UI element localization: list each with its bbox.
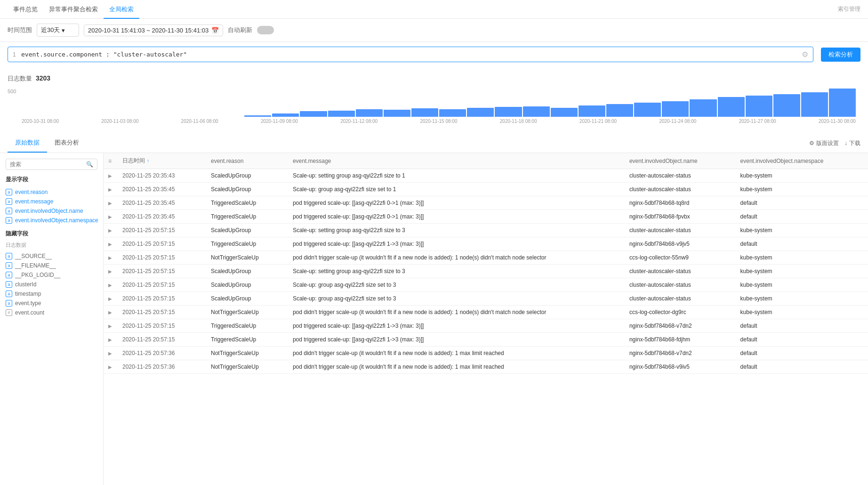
histogram-bars bbox=[8, 89, 860, 117]
field-type-icon: a bbox=[6, 217, 12, 224]
histogram-bar bbox=[606, 104, 633, 117]
time-cell: 2020-11-25 20:57:15 bbox=[118, 237, 206, 251]
expand-button[interactable]: ▶ bbox=[108, 323, 112, 329]
expand-button[interactable]: ▶ bbox=[108, 214, 112, 219]
histogram-bar bbox=[662, 101, 689, 117]
expand-button[interactable]: ▶ bbox=[108, 201, 112, 206]
expand-button[interactable]: ▶ bbox=[108, 296, 112, 301]
field-name: event.involvedObject.namespace bbox=[15, 217, 98, 224]
data-table: ≡ 日志时间 ↑ event.reason event.message bbox=[104, 153, 868, 374]
auto-refresh-toggle[interactable] bbox=[257, 26, 274, 34]
x-axis-labels: 2020-10-31 08:002020-11-03 08:002020-11-… bbox=[8, 119, 860, 124]
objns-cell: kube-system bbox=[736, 224, 868, 237]
field-name: event.reason bbox=[15, 189, 48, 195]
nav-item-overview[interactable]: 事件总览 bbox=[8, 0, 43, 19]
hidden-field-item[interactable]: a__SOURCE__ bbox=[6, 251, 97, 261]
table-row: ▶ 2020-11-25 20:35:43 ScaledUpGroup Scal… bbox=[104, 169, 868, 183]
expand-button[interactable]: ▶ bbox=[108, 242, 112, 247]
message-cell: Scale-up: setting group asg-qyi22zfi siz… bbox=[288, 224, 625, 237]
hidden-field-item[interactable]: atimestamp bbox=[6, 289, 97, 299]
expand-button[interactable]: ▶ bbox=[108, 255, 112, 260]
message-cell: pod didn't trigger scale-up (it wouldn't… bbox=[288, 251, 625, 265]
hidden-field-item[interactable]: a__FILENAME__ bbox=[6, 261, 97, 270]
time-cell: 2020-11-25 20:35:45 bbox=[118, 183, 206, 196]
table-row: ▶ 2020-11-25 20:57:36 NotTriggerScaleUp … bbox=[104, 347, 868, 360]
x-axis-label: 2020-10-31 08:00 bbox=[22, 119, 59, 124]
display-fields-title: 显示字段 bbox=[6, 176, 97, 184]
time-cell: 2020-11-25 20:35:43 bbox=[118, 169, 206, 183]
th-message: event.message bbox=[288, 153, 625, 169]
filter-bar: 时间范围 近30天 ▾ 2020-10-31 15:41:03 ~ 2020-1… bbox=[0, 19, 868, 42]
reason-cell: TriggeredScaleUp bbox=[206, 237, 288, 251]
expand-button[interactable]: ▶ bbox=[108, 228, 112, 233]
chevron-down-icon: ▾ bbox=[62, 27, 65, 34]
index-management-link[interactable]: 索引管理 bbox=[838, 5, 860, 13]
layout-settings-label: 版面设置 bbox=[816, 139, 839, 147]
sidebar-search-input[interactable] bbox=[10, 161, 84, 168]
x-axis-label: 2020-11-21 08:00 bbox=[579, 119, 617, 124]
display-field-item[interactable]: aevent.involvedObject.namespace bbox=[6, 216, 97, 225]
x-axis-label: 2020-11-27 08:00 bbox=[739, 119, 776, 124]
histogram-bar bbox=[746, 96, 772, 117]
field-name: timestamp bbox=[15, 291, 41, 297]
nav-item-anomaly[interactable]: 异常事件聚合检索 bbox=[43, 0, 104, 19]
time-cell: 2020-11-25 20:57:15 bbox=[118, 251, 206, 265]
expand-button[interactable]: ▶ bbox=[108, 310, 112, 315]
hidden-field-item[interactable]: a__PKG_LOGID__ bbox=[6, 270, 97, 280]
nav-item-global-search[interactable]: 全局检索 bbox=[104, 0, 139, 19]
time-range-select[interactable]: 近30天 ▾ bbox=[37, 24, 79, 37]
search-input[interactable] bbox=[21, 51, 799, 58]
expand-button[interactable]: ▶ bbox=[108, 351, 112, 356]
hidden-label: 日志数据 bbox=[6, 242, 97, 249]
filter-rows-icon[interactable]: ≡ bbox=[108, 158, 112, 164]
expand-button[interactable]: ▶ bbox=[108, 187, 112, 192]
layout-settings-button[interactable]: ⚙ 版面设置 bbox=[809, 139, 839, 147]
search-analyze-button[interactable]: 检索分析 bbox=[821, 48, 860, 62]
sidebar-search-box[interactable]: 🔍 bbox=[6, 159, 97, 170]
expand-button[interactable]: ▶ bbox=[108, 337, 112, 342]
expand-button[interactable]: ▶ bbox=[108, 283, 112, 288]
tab-chart-analysis[interactable]: 图表分析 bbox=[47, 134, 87, 153]
expand-cell: ▶ bbox=[104, 333, 118, 347]
table-row: ▶ 2020-11-25 20:57:15 ScaledUpGroup Scal… bbox=[104, 292, 868, 306]
histogram-bar bbox=[718, 97, 745, 117]
reason-cell: NotTriggerScaleUp bbox=[206, 306, 288, 319]
display-field-item[interactable]: aevent.reason bbox=[6, 187, 97, 197]
objname-cell: nginx-5dbf784b68-v7dn2 bbox=[625, 347, 736, 360]
date-range-picker[interactable]: 2020-10-31 15:41:03 ~ 2020-11-30 15:41:0… bbox=[84, 24, 223, 36]
reason-cell: TriggeredScaleUp bbox=[206, 319, 288, 333]
objname-cell: nginx-5dbf784b68-v7dn2 bbox=[625, 319, 736, 333]
field-type-icon: a bbox=[6, 198, 12, 205]
objns-cell: default bbox=[736, 196, 868, 210]
display-field-item[interactable]: aevent.message bbox=[6, 197, 97, 206]
expand-cell: ▶ bbox=[104, 196, 118, 210]
expand-button[interactable]: ▶ bbox=[108, 269, 112, 274]
expand-button[interactable]: ▶ bbox=[108, 364, 112, 370]
objname-cell: nginx-5dbf784b68-fdjhm bbox=[625, 333, 736, 347]
download-button[interactable]: ↓ 下载 bbox=[844, 139, 860, 147]
objns-cell: kube-system bbox=[736, 278, 868, 292]
tab-raw-data[interactable]: 原始数据 bbox=[8, 134, 47, 153]
objname-cell: ccs-log-collector-dg9rc bbox=[625, 306, 736, 319]
table-row: ▶ 2020-11-25 20:35:45 ScaledUpGroup Scal… bbox=[104, 183, 868, 196]
table-row: ▶ 2020-11-25 20:57:15 ScaledUpGroup Scal… bbox=[104, 278, 868, 292]
message-cell: Scale-up: setting group asg-qyi22zfi siz… bbox=[288, 265, 625, 278]
date-range-value: 2020-10-31 15:41:03 ~ 2020-11-30 15:41:0… bbox=[88, 27, 209, 34]
display-fields-list: aevent.reasonaevent.messageaevent.involv… bbox=[6, 187, 97, 225]
objns-cell: kube-system bbox=[736, 169, 868, 183]
table-row: ▶ 2020-11-25 20:57:15 ScaledUpGroup Scal… bbox=[104, 265, 868, 278]
histogram-bar bbox=[690, 99, 716, 117]
hidden-field-item[interactable]: #event.count bbox=[6, 308, 97, 317]
x-axis-label: 2020-11-12 08:00 bbox=[340, 119, 378, 124]
time-cell: 2020-11-25 20:57:15 bbox=[118, 265, 206, 278]
expand-button[interactable]: ▶ bbox=[108, 173, 112, 178]
log-count-value: 3203 bbox=[36, 74, 50, 82]
table-row: ▶ 2020-11-25 20:57:15 ScaledUpGroup Scal… bbox=[104, 224, 868, 237]
tab-actions: ⚙ 版面设置 ↓ 下载 bbox=[809, 139, 860, 147]
hidden-field-item[interactable]: aclusterId bbox=[6, 280, 97, 289]
settings-icon[interactable]: ⚙ bbox=[802, 50, 808, 59]
x-axis-label: 2020-11-24 08:00 bbox=[659, 119, 696, 124]
sort-time[interactable]: 日志时间 ↑ bbox=[122, 157, 201, 165]
display-field-item[interactable]: aevent.involvedObject.name bbox=[6, 206, 97, 216]
hidden-field-item[interactable]: aevent.type bbox=[6, 299, 97, 308]
